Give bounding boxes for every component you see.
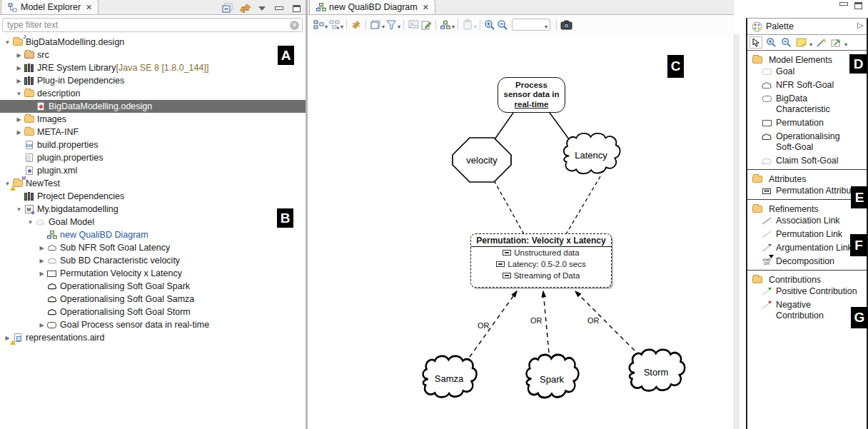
- tree-row-jre[interactable]: JRE System Library [Java SE 8 [1.8.0_144…: [0, 61, 306, 74]
- arrange-all-button[interactable]: [312, 19, 325, 31]
- pin-palette-tool-button[interactable]: [829, 36, 842, 49]
- tree-row-sub-bd[interactable]: Sub BD Characteristic velocity: [0, 254, 306, 267]
- palette-tool-nfr-softgoal[interactable]: NFR Soft-Goal: [747, 80, 867, 91]
- palette-section-refinements[interactable]: Refinements: [747, 202, 867, 216]
- view-menu-button[interactable]: [256, 2, 268, 14]
- palette-tool-argumentation-link[interactable]: Argumentation Link: [747, 243, 867, 253]
- twistie-icon[interactable]: [15, 65, 23, 71]
- palette-collapse-icon[interactable]: [857, 23, 862, 30]
- tree-row-goal-process[interactable]: Goal Process sensor data in real-time: [0, 318, 306, 331]
- link-samza-permutation[interactable]: [470, 291, 517, 357]
- chevron-down-icon[interactable]: [809, 36, 812, 49]
- tree-row-description[interactable]: description: [0, 87, 306, 100]
- tree-row-goal-model[interactable]: Goal Model: [0, 216, 306, 228]
- maximize-icon[interactable]: [854, 2, 862, 9]
- palette-tool-permutation-attribute[interactable]: Permutation Attribute: [747, 186, 867, 196]
- twistie-icon[interactable]: [26, 219, 34, 226]
- chevron-down-icon[interactable]: [452, 19, 455, 31]
- diagram-type-button[interactable]: [439, 19, 452, 31]
- zoom-level-combo[interactable]: [512, 19, 550, 31]
- refresh-button[interactable]: [350, 19, 363, 31]
- link-latency-permutation[interactable]: [566, 176, 600, 234]
- palette-tool-claim-softgoal[interactable]: Claim Soft-Goal: [747, 156, 867, 166]
- twistie-icon[interactable]: [38, 258, 46, 264]
- link-goal-latency[interactable]: [550, 113, 571, 142]
- collapse-all-button[interactable]: [221, 2, 234, 14]
- twistie-icon[interactable]: [15, 206, 23, 213]
- tree-row-representations[interactable]: representations.aird: [0, 331, 306, 344]
- close-icon[interactable]: ✕: [423, 3, 429, 12]
- layers-button[interactable]: [369, 19, 382, 31]
- permutation-node[interactable]: Permutation: Velocity x Latency Unstruct…: [470, 233, 612, 288]
- twistie-icon[interactable]: [15, 78, 23, 84]
- palette-tool-permutation[interactable]: Permutation: [747, 118, 867, 128]
- tree-row-op-storm[interactable]: Operationalising Soft Goal Storm: [0, 306, 306, 318]
- permutation-attribute-row[interactable]: Latency: 0.5-2.0 secs: [471, 258, 611, 270]
- palette-tool-goal[interactable]: Goal: [747, 66, 867, 77]
- tree-row-plugin-properties[interactable]: plugin.properties: [0, 151, 306, 164]
- editor-tab[interactable]: new QualiBD Diagram ✕: [309, 0, 435, 14]
- snapshot-button[interactable]: [560, 19, 572, 31]
- chevron-down-icon[interactable]: [340, 19, 343, 31]
- paste-button[interactable]: [461, 19, 474, 31]
- filter-input[interactable]: [2, 18, 303, 32]
- tree-row-plugin-xml[interactable]: plugin.xml: [0, 164, 306, 177]
- palette-tool-positive-contribution[interactable]: Positive Contribution: [747, 286, 867, 297]
- tree-row-permutation[interactable]: Permutation Velocity x Latency: [0, 267, 306, 280]
- palette-tool-operationalising-softgoal[interactable]: Operationalising Soft-Goal: [747, 131, 867, 153]
- tree-row-op-spark[interactable]: Operationalising Soft Goal Spark: [0, 280, 306, 293]
- chevron-down-icon[interactable]: [545, 19, 547, 31]
- twistie-icon[interactable]: [15, 52, 23, 59]
- minimize-icon[interactable]: [839, 2, 848, 6]
- permutation-attribute-row[interactable]: Streaming of Data: [471, 270, 611, 281]
- tree-row-odesign-selected[interactable]: BigDataModelling.odesign: [0, 100, 306, 113]
- tree-row-project[interactable]: JBigDataModelling.design: [0, 36, 306, 49]
- tree-row-metainf[interactable]: META-INF: [0, 126, 306, 138]
- edit-diagram-button[interactable]: [420, 19, 433, 31]
- palette-tool-decomposition[interactable]: ANDORDecomposition: [747, 256, 867, 267]
- tree-row-src[interactable]: src: [0, 49, 306, 61]
- link-goal-velocity[interactable]: [493, 113, 513, 141]
- chevron-down-icon[interactable]: [398, 19, 400, 31]
- palette-tool-negative-contribution[interactable]: Negative Contribution: [747, 300, 867, 321]
- minimize-view-button[interactable]: [273, 2, 286, 14]
- zoom-out-tool-button[interactable]: [779, 36, 792, 49]
- vertical-scrollbar[interactable]: [734, 34, 740, 429]
- tree-row-images[interactable]: Images: [0, 113, 306, 126]
- export-image-button[interactable]: [407, 19, 420, 31]
- link-storm-permutation[interactable]: [575, 291, 635, 350]
- chevron-down-icon[interactable]: [844, 36, 847, 49]
- palette-tool-bigdata-characteristic[interactable]: BigData Characteristic: [747, 94, 867, 115]
- twistie-icon[interactable]: [38, 245, 46, 251]
- tree-row-sub-nfr[interactable]: Sub NFR Soft Goal Latency: [0, 241, 306, 254]
- tree-row-build-properties[interactable]: build.properties: [0, 138, 306, 151]
- palette-section-model-elements[interactable]: Model Elements: [747, 53, 867, 66]
- zoom-level-input[interactable]: [520, 21, 545, 29]
- tree-row-qualibd-diagram[interactable]: new QualiBD Diagram: [0, 228, 306, 241]
- tree-row-plugin-deps[interactable]: Plug-in Dependencies: [0, 74, 306, 87]
- twistie-icon[interactable]: [15, 129, 23, 136]
- twistie-icon[interactable]: [15, 91, 23, 97]
- link-spark-permutation[interactable]: [543, 291, 549, 353]
- note-attachment-tool-button[interactable]: [814, 36, 827, 49]
- maximize-view-button[interactable]: [290, 2, 303, 14]
- zoom-out-button[interactable]: [496, 19, 509, 31]
- palette-section-contributions[interactable]: Contributions: [747, 273, 867, 286]
- goal-node[interactable]: Process sensor data in real-time: [498, 77, 565, 113]
- tree-row-model-file[interactable]: MMy.bigdatamodelling: [0, 203, 306, 216]
- permutation-attribute-row[interactable]: Unstructured data: [471, 247, 611, 258]
- twistie-icon[interactable]: [38, 271, 46, 277]
- palette-tool-permutation-link[interactable]: Permutation Link: [747, 229, 867, 240]
- model-explorer-tab[interactable]: Model Explorer ✕: [1, 0, 99, 14]
- twistie-icon[interactable]: [38, 322, 46, 328]
- close-icon[interactable]: ✕: [86, 3, 92, 12]
- palette-tool-association-link[interactable]: Association Link: [747, 216, 867, 226]
- note-tool-button[interactable]: [794, 36, 807, 49]
- clear-filter-icon[interactable]: ✕: [290, 21, 299, 30]
- twistie-icon[interactable]: [4, 39, 11, 46]
- zoom-in-button[interactable]: [483, 19, 496, 31]
- select-tool-button[interactable]: [750, 36, 762, 49]
- link-velocity-permutation[interactable]: [494, 181, 524, 234]
- zoom-in-tool-button[interactable]: [764, 36, 777, 49]
- tree-row-project-deps[interactable]: Project Dependencies: [0, 190, 306, 203]
